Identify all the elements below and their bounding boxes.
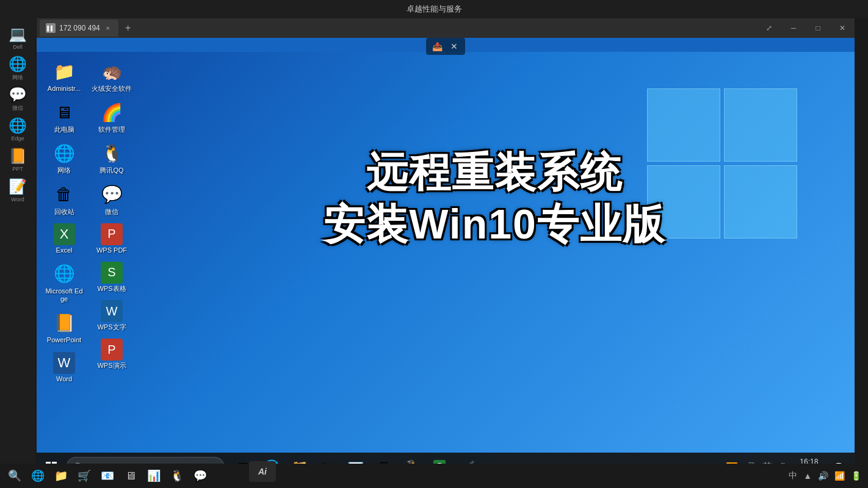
desktop-icon-wechat[interactable]: 💬 微信: [90, 180, 133, 218]
bottom-store[interactable]: 🛒: [74, 466, 94, 486]
desktop-icons: 📁 Administr... 🖥 此电脑 🌐 网络 🗑 回收站: [43, 57, 136, 386]
stream-icon[interactable]: 📤: [430, 39, 444, 54]
qq-icon: 🐧: [99, 141, 124, 165]
word-icon: 📝: [9, 178, 27, 195]
outer-titlebar: 卓越性能与服务: [0, 0, 868, 18]
desktop-icon-network[interactable]: 🌐 网络: [43, 138, 85, 177]
bottom-qq-icon: 🐧: [170, 469, 184, 483]
desktop-icon-qq[interactable]: 🐧 腾讯QQ: [90, 138, 133, 177]
bottom-qq[interactable]: 🐧: [167, 466, 187, 486]
remote-window: ▌▌ 172 090 494 × + ⤢ ─ □ ✕ 📤 ✕: [37, 18, 855, 482]
bottom-remote-icon: 🖥: [125, 470, 136, 483]
wpstable-icon: S: [101, 262, 123, 284]
outer-title: 卓越性能与服务: [407, 4, 462, 15]
bottom-lang-icon[interactable]: 中: [787, 469, 799, 483]
administrator-icon: 📁: [52, 59, 76, 84]
tab-close-button[interactable]: ×: [104, 24, 112, 32]
desktop-icon-wpstable[interactable]: S WPS表格: [90, 259, 133, 295]
dell-icon: 💻: [9, 26, 27, 43]
tab-signal-icon: ▌▌: [46, 23, 56, 33]
signal-text: ▌▌: [47, 26, 54, 31]
win-logo-pane-1: [647, 88, 720, 162]
network-icon: 🌐: [9, 56, 27, 73]
maximize-icon: □: [816, 24, 820, 32]
window-controls: ⤢ ─ □ ✕: [757, 18, 855, 38]
bottom-systray: 中 ▲ 🔊 📶 🔋: [787, 469, 863, 483]
ai-button[interactable]: Ai: [249, 461, 276, 482]
win-logo-pane-2: [724, 88, 797, 162]
recycle-icon: 🗑: [52, 182, 76, 207]
bottom-mail[interactable]: 📧: [98, 466, 117, 486]
bottom-mail-icon: 📧: [101, 469, 114, 483]
desktop-icon-pc[interactable]: 🖥 此电脑: [43, 98, 85, 136]
desktop-icon-ppt[interactable]: 📙 PowerPoint: [43, 308, 85, 346]
bottom-edge[interactable]: 🌐: [28, 466, 48, 486]
restore-button[interactable]: ⤢: [757, 18, 781, 38]
bottom-wpssheet-icon: 📊: [147, 469, 161, 483]
ai-label: Ai: [258, 467, 267, 476]
wpspresent-icon: P: [101, 339, 123, 361]
desktop-icon-software[interactable]: 🌈 软件管理: [90, 98, 133, 136]
bottom-wpssheet[interactable]: 📊: [144, 466, 164, 486]
sidebar-item-wechat[interactable]: 💬 微信: [4, 85, 31, 112]
icon-column-1: 📁 Administr... 🖥 此电脑 🌐 网络 🗑 回收站: [43, 57, 85, 386]
bottom-wechat-icon: 💬: [193, 469, 207, 483]
edge2-icon: 🌐: [52, 262, 76, 286]
bottom-explorer-icon: 📁: [54, 469, 68, 483]
tab-add-button[interactable]: +: [121, 21, 136, 35]
bottom-remote[interactable]: 🖥: [121, 466, 140, 486]
ppt-desk-icon: 📙: [52, 310, 76, 335]
desktop-icon-wpspdf[interactable]: P WPS PDF: [90, 221, 133, 257]
minimize-icon: ─: [791, 24, 797, 32]
bottom-up-arrow[interactable]: ▲: [801, 470, 814, 482]
desktop-icon-recycle[interactable]: 🗑 回收站: [43, 180, 85, 218]
excel-icon: X: [53, 223, 75, 245]
sidebar-item-ppt[interactable]: 📙 PPT: [4, 146, 31, 173]
bottom-wifi-icon[interactable]: 📶: [833, 470, 847, 482]
bottom-edge-icon: 🌐: [31, 469, 45, 483]
desktop-icon-huorong[interactable]: 🦔 火绒安全软件: [90, 57, 133, 95]
bottom-search[interactable]: 🔍: [5, 466, 24, 486]
edge-icon: 🌐: [9, 117, 27, 134]
sidebar-item-word[interactable]: 📝 Word: [4, 177, 31, 204]
bottom-search-icon: 🔍: [8, 469, 21, 483]
maximize-button[interactable]: □: [806, 18, 830, 38]
sidebar-item-edge[interactable]: 🌐 Edge: [4, 116, 31, 143]
minimize-button[interactable]: ─: [781, 18, 806, 38]
bottom-store-icon: 🛒: [78, 469, 91, 483]
wechat-icon: 💬: [9, 86, 27, 103]
wpspdf-icon: P: [101, 223, 123, 245]
wpsword-icon: W: [101, 300, 123, 322]
remote-tab[interactable]: ▌▌ 172 090 494 ×: [40, 20, 118, 37]
control-bar: 📤 ✕: [426, 38, 465, 55]
ppt-icon: 📙: [9, 148, 27, 165]
pc-icon: 🖥: [52, 100, 76, 124]
tab-label: 172 090 494: [59, 24, 100, 32]
windows-logo: [647, 88, 806, 247]
icon-column-2: 🦔 火绒安全软件 🌈 软件管理 🐧 腾讯QQ 💬 微信: [90, 57, 133, 386]
word-desk-icon: W: [53, 352, 75, 374]
desktop-icon-administrator[interactable]: 📁 Administr...: [43, 57, 85, 95]
network-desk-icon: 🌐: [52, 141, 76, 165]
sidebar-item-dell[interactable]: 💻 Dell: [4, 24, 31, 51]
win-logo-pane-4: [724, 165, 797, 239]
close-button[interactable]: ✕: [830, 18, 855, 38]
desktop-icon-wpsword[interactable]: W WPS文字: [90, 298, 133, 334]
desktop-icon-excel[interactable]: X Excel: [43, 221, 85, 257]
bottom-volume-icon[interactable]: 🔊: [816, 470, 830, 482]
huorong-icon: 🦔: [99, 59, 124, 84]
left-sidebar: 💻 Dell 🌐 网络 💬 微信 🌐 Edge 📙 PPT 📝 Word: [0, 18, 35, 488]
bottom-battery-icon[interactable]: 🔋: [849, 470, 863, 482]
bottom-explorer[interactable]: 📁: [51, 466, 71, 486]
software-icon: 🌈: [99, 100, 124, 124]
bottom-wechat[interactable]: 💬: [190, 466, 210, 486]
desktop-icon-wpspresent[interactable]: P WPS演示: [90, 336, 133, 372]
desktop-icon-word[interactable]: W Word: [43, 350, 85, 386]
desktop-icon-edge2[interactable]: 🌐 Microsoft Edge: [43, 259, 85, 306]
wechat-desk-icon: 💬: [99, 182, 124, 207]
sidebar-item-network[interactable]: 🌐 网络: [4, 55, 31, 82]
win-desktop: 📁 Administr... 🖥 此电脑 🌐 网络 🗑 回收站: [37, 52, 855, 482]
disconnect-icon[interactable]: ✕: [447, 39, 461, 54]
win-logo-pane-3: [647, 165, 720, 239]
remote-titlebar: ▌▌ 172 090 494 × + ⤢ ─ □ ✕: [37, 18, 855, 38]
